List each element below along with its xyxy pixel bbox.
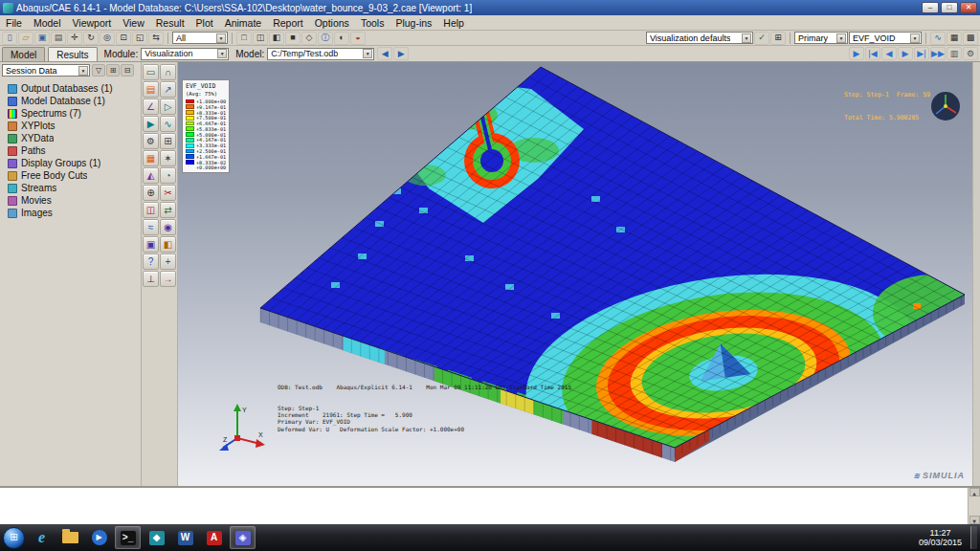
next-odb-icon[interactable]: ▶ — [393, 47, 409, 60]
odb-combo[interactable]: C:/Temp/Test.odb ▼ — [267, 48, 374, 60]
animate-time-history-icon[interactable]: ▶ — [143, 116, 159, 132]
minimize-button[interactable]: – — [922, 2, 939, 13]
menu-item[interactable]: Help — [437, 15, 470, 30]
new-model-database-icon[interactable]: ▯ — [2, 32, 17, 45]
start-button[interactable]: ⊞ — [3, 527, 25, 549]
tree-item[interactable]: Images — [2, 207, 139, 219]
tree-item[interactable]: XYPlots — [2, 120, 139, 132]
tree-item[interactable]: Display Groups (1) — [2, 157, 139, 169]
last-frame-icon[interactable]: ▶| — [914, 47, 929, 60]
frame-selector-icon[interactable]: ▥ — [947, 47, 962, 60]
menu-item[interactable]: Report — [267, 15, 309, 30]
display-group-manager-icon[interactable]: ▣ — [143, 236, 159, 253]
menu-item[interactable]: Model — [28, 15, 67, 30]
pan-view-icon[interactable]: ✛ — [67, 32, 82, 45]
next-frame-icon[interactable]: ▶ — [898, 47, 913, 60]
apply-defaults-icon[interactable]: ✓ — [754, 32, 769, 45]
menu-item[interactable]: Animate — [219, 15, 268, 30]
tree-item[interactable]: Spectrums (7) — [2, 107, 139, 120]
abaqus-cae-icon[interactable]: ◈ — [230, 526, 256, 549]
chevron-down-icon[interactable]: ▼ — [836, 33, 846, 43]
display-group-toolbar-icon[interactable]: ◐ — [334, 32, 349, 45]
tree-item[interactable]: Movies — [2, 194, 139, 207]
magnify-view-icon[interactable]: ◎ — [100, 32, 115, 45]
orientation-options-icon[interactable]: ◭ — [143, 167, 159, 184]
field-position-combo[interactable]: Primary ▼ — [794, 32, 848, 44]
superimpose-options-icon[interactable]: ⊞ — [160, 133, 176, 149]
tab-results[interactable]: Results — [48, 47, 97, 61]
maximize-button[interactable]: □ — [941, 2, 958, 13]
filter-tree-icon[interactable]: ▽ — [92, 64, 105, 77]
allow-multiple-plot-states-icon[interactable]: ⊕ — [143, 185, 159, 201]
animation-options-icon[interactable]: ◔ — [160, 167, 176, 184]
query-information-icon[interactable]: ⓘ — [318, 32, 333, 45]
color-code-toolbar-icon[interactable]: ◒ — [350, 32, 366, 45]
tree-item[interactable]: XYData — [2, 132, 139, 144]
visualization-defaults-combo[interactable]: Visualization defaults ▼ — [646, 32, 753, 44]
open-file-icon[interactable]: ▱ — [18, 32, 33, 45]
chevron-down-icon[interactable]: ▼ — [78, 66, 88, 76]
menu-item[interactable]: Options — [309, 15, 355, 30]
previous-frame-icon[interactable]: ◀ — [881, 47, 897, 60]
hidden-line-render-icon[interactable]: ◫ — [253, 32, 268, 45]
field-output-combo[interactable]: EVF_VOID ▼ — [849, 32, 922, 44]
spectrum-icon[interactable]: ∿ — [930, 32, 946, 45]
view-cut-icon[interactable]: ✂ — [160, 185, 176, 201]
command-prompt-icon[interactable]: >_ — [115, 526, 141, 549]
tree-item[interactable]: Streams — [2, 182, 139, 194]
expand-all-icon[interactable]: ⊞ — [106, 64, 120, 77]
plot-symbols-icon[interactable]: ↗ — [160, 81, 176, 98]
adobe-reader-icon[interactable]: A — [201, 526, 227, 549]
chevron-down-icon[interactable]: ▼ — [216, 33, 226, 43]
menu-item[interactable]: Tools — [355, 15, 390, 30]
perspective-toggle-icon[interactable]: ◇ — [301, 32, 317, 45]
view-cut-manager-icon[interactable]: ◫ — [143, 202, 159, 218]
cycle-views-icon[interactable]: ⇆ — [148, 32, 164, 45]
free-body-cut-icon[interactable]: ⇄ — [160, 202, 176, 218]
menu-item[interactable]: File — [0, 15, 28, 30]
loop-animation-icon[interactable]: ▶▶ — [930, 47, 946, 60]
probe-values-icon[interactable]: + — [160, 253, 176, 270]
print-icon[interactable]: ▤ — [51, 32, 66, 45]
shaded-render-icon[interactable]: ◧ — [269, 32, 284, 45]
display-group-icon[interactable]: ◉ — [160, 219, 176, 235]
common-options-icon[interactable]: ⚙ — [143, 133, 159, 149]
internet-explorer-icon[interactable]: e — [29, 526, 55, 549]
tree-item[interactable]: Output Databases (1) — [2, 82, 139, 95]
save-model-database-icon[interactable]: ▣ — [34, 32, 50, 45]
collapse-all-icon[interactable]: ⊟ — [121, 64, 134, 77]
chevron-down-icon[interactable]: ▼ — [363, 49, 372, 58]
animate-harmonic-icon[interactable]: ∿ — [160, 116, 176, 132]
plot-orientations-icon[interactable]: ∠ — [143, 99, 159, 115]
create-stream-icon[interactable]: ≈ — [143, 219, 159, 235]
rotate-view-icon[interactable]: ↻ — [83, 32, 99, 45]
plot-undeformed-icon[interactable]: ▭ — [143, 64, 159, 80]
render-options-icon[interactable]: ▩ — [963, 32, 978, 45]
taskbar-clock[interactable]: 11:27 09/03/2015 — [914, 528, 967, 547]
box-zoom-icon[interactable]: ⊡ — [116, 32, 131, 45]
tree-item[interactable]: Paths — [2, 144, 139, 157]
plot-deformed-icon[interactable]: ∩ — [160, 64, 176, 80]
query-icon[interactable]: ? — [143, 253, 159, 270]
show-desktop-button[interactable] — [970, 526, 977, 549]
views-toolbar-icon[interactable]: ▦ — [947, 32, 962, 45]
file-explorer-icon[interactable] — [57, 526, 83, 549]
animation-options-icon[interactable]: ⚙ — [963, 47, 978, 60]
menu-item[interactable]: Result — [150, 15, 190, 30]
chevron-down-icon[interactable]: ▼ — [910, 33, 920, 43]
viewport-scrollbar[interactable] — [972, 62, 980, 486]
scroll-down-icon[interactable]: ▼ — [969, 516, 980, 524]
abaqus-command-icon[interactable]: ◆ — [144, 526, 169, 549]
auto-fit-view-icon[interactable]: ◱ — [132, 32, 147, 45]
tree-root-combo[interactable]: Session Data ▼ — [2, 64, 90, 77]
coordinate-system-icon[interactable]: ⊥ — [143, 271, 159, 287]
plot-contours-icon[interactable]: ▤ — [143, 81, 159, 98]
view-compass-icon[interactable] — [928, 89, 963, 123]
tree-item[interactable]: Free Body Cuts — [2, 169, 139, 182]
message-scrollbar[interactable]: ▲ ▼ — [968, 488, 980, 524]
defaults-options-icon[interactable]: ⊞ — [770, 32, 786, 45]
word-icon[interactable]: W — [172, 526, 198, 549]
menu-item[interactable]: View — [117, 15, 150, 30]
filled-render-icon[interactable]: ■ — [285, 32, 301, 45]
previous-odb-icon[interactable]: ◀ — [377, 47, 392, 60]
